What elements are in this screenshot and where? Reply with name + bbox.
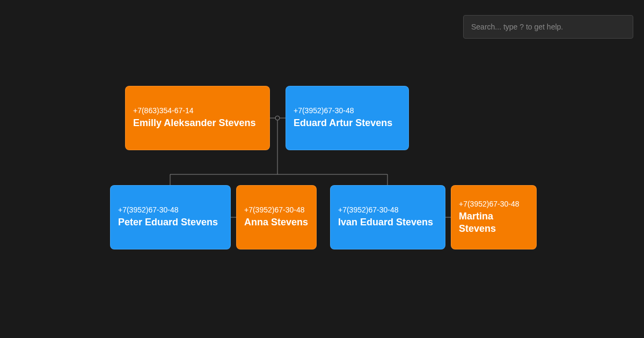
tree-connectors [0, 0, 644, 338]
person-phone: +7(863)354-67-14 [133, 106, 262, 115]
person-phone: +7(3952)67-30-48 [338, 205, 437, 214]
person-node-peter[interactable]: +7(3952)67-30-48 Peter Eduard Stevens [110, 185, 231, 249]
person-name: Emilly Aleksander Stevens [133, 117, 262, 129]
svg-point-1 [275, 116, 280, 120]
person-name: Peter Eduard Stevens [118, 216, 223, 229]
person-phone: +7(3952)67-30-48 [244, 205, 309, 214]
person-phone: +7(3952)67-30-48 [294, 106, 401, 115]
person-name: Martina Stevens [459, 210, 529, 236]
person-name: Eduard Artur Stevens [294, 117, 401, 129]
person-node-martina[interactable]: +7(3952)67-30-48 Martina Stevens [451, 185, 537, 249]
person-node-eduard[interactable]: +7(3952)67-30-48 Eduard Artur Stevens [286, 86, 409, 150]
person-phone: +7(3952)67-30-48 [459, 200, 529, 208]
person-name: Ivan Eduard Stevens [338, 216, 437, 229]
family-tree-canvas[interactable]: +7(863)354-67-14 Emilly Aleksander Steve… [0, 0, 644, 338]
person-name: Anna Stevens [244, 216, 309, 229]
person-phone: +7(3952)67-30-48 [118, 205, 223, 214]
person-node-anna[interactable]: +7(3952)67-30-48 Anna Stevens [236, 185, 317, 249]
person-node-ivan[interactable]: +7(3952)67-30-48 Ivan Eduard Stevens [330, 185, 445, 249]
person-node-emilly[interactable]: +7(863)354-67-14 Emilly Aleksander Steve… [125, 86, 270, 150]
